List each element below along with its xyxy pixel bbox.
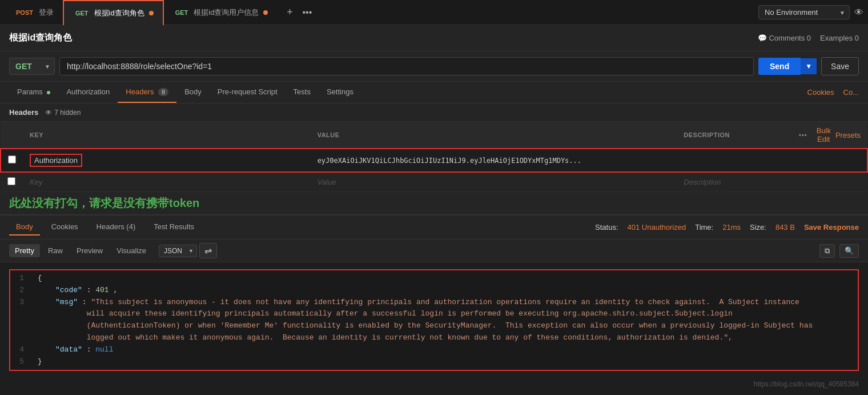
method-badge-post: POST xyxy=(14,9,35,17)
view-tab-raw[interactable]: Raw xyxy=(42,244,69,257)
auth-checkbox-cell xyxy=(1,149,23,172)
auth-value-text: eyJ0eXAiOiJKV1QiLCJhbGciOiJIUzI1NiJ9.eyJ… xyxy=(318,157,581,165)
tab-get-role[interactable]: GET 根据id查询角色 xyxy=(63,0,164,25)
empty-key-placeholder: Key xyxy=(30,178,42,186)
json-val-data: null xyxy=(95,345,113,354)
table-header-row: KEY VALUE DESCRIPTION ••• Bulk Edit Pres… xyxy=(1,122,867,149)
th-key: KEY xyxy=(23,122,311,149)
tab-headers[interactable]: Headers 8 xyxy=(118,82,176,103)
json-val-code: 401 xyxy=(95,286,108,294)
auth-key-value: Authorization xyxy=(30,154,82,167)
tab-params[interactable]: Params xyxy=(9,82,58,103)
copy-response-button[interactable]: ⧉ xyxy=(819,244,835,258)
send-button[interactable]: Send xyxy=(758,58,801,75)
tab-tests[interactable]: Tests xyxy=(286,82,319,103)
page-title: 根据id查询角色 xyxy=(9,30,72,46)
more-tabs-button[interactable]: ••• xyxy=(302,7,312,18)
tab-actions: + ••• xyxy=(282,5,312,21)
resp-tab-headers[interactable]: Headers (4) xyxy=(90,219,143,236)
view-tab-pretty[interactable]: Pretty xyxy=(9,244,40,257)
tab-modified-dot xyxy=(149,11,154,15)
empty-checkbox-cell xyxy=(1,172,23,192)
params-dot xyxy=(47,91,50,94)
empty-row-actions xyxy=(792,172,867,192)
empty-key-cell: Key xyxy=(23,172,311,192)
resp-status: Status: 401 Unauthorized Time: 21ms Size… xyxy=(595,223,859,232)
time-value: 21ms xyxy=(722,223,741,232)
tab-settings[interactable]: Settings xyxy=(319,82,361,103)
headers-label: Headers xyxy=(9,108,38,117)
json-val-msg: "This subject is anonymous - it does not… xyxy=(91,298,799,306)
auth-row-actions xyxy=(792,149,867,172)
json-key-data: "data" xyxy=(38,345,82,354)
tab-authorization[interactable]: Authorization xyxy=(58,82,118,103)
th-checkbox xyxy=(1,122,23,149)
method-badge-get-role: GET xyxy=(73,9,91,17)
view-tab-preview[interactable]: Preview xyxy=(71,244,108,257)
tab-pre-request[interactable]: Pre-request Script xyxy=(210,82,286,103)
json-line-5: 5 } xyxy=(10,356,858,368)
json-key-msg: "msg" xyxy=(38,298,78,306)
authorization-row: Authorization eyJ0eXAiOiJKV1QiLCJhbGciOi… xyxy=(1,149,867,172)
size-label: Size: xyxy=(750,223,766,232)
annotation-overlay: 此处没有打勾，请求是没有携带token xyxy=(0,192,868,214)
bulk-edit-button[interactable]: Bulk Edit xyxy=(817,126,831,143)
env-select-wrapper: No Environment xyxy=(758,5,850,19)
url-input[interactable] xyxy=(59,57,754,75)
json-open-brace: { xyxy=(38,274,42,282)
method-select-wrapper: GET xyxy=(9,58,55,75)
line-num-5: 5 xyxy=(10,356,24,368)
env-eye-button[interactable]: 👁 xyxy=(854,7,863,18)
json-code-box: 1 { 2 "code" : 401 , 3 "msg" : "This sub… xyxy=(9,269,859,371)
empty-value-cell: Value xyxy=(311,172,677,192)
comments-label: 💬 Comments 0 xyxy=(758,34,811,42)
co-link[interactable]: Co... xyxy=(843,88,859,97)
tab-get-role-label: 根据id查询角色 xyxy=(94,8,144,18)
title-actions: 💬 Comments 0 Examples 0 xyxy=(758,34,859,42)
size-value: 843 B xyxy=(775,223,795,232)
wrap-button[interactable]: ⇌ xyxy=(199,243,217,258)
empty-description-cell: Description xyxy=(677,172,792,192)
resp-tab-test-results[interactable]: Test Results xyxy=(147,219,201,236)
tab-body[interactable]: Body xyxy=(176,82,210,103)
eye-icon: 👁 xyxy=(45,109,52,117)
auth-key-cell: Authorization xyxy=(23,149,311,172)
view-tab-visualize[interactable]: Visualize xyxy=(111,244,152,257)
annotation-text: 此处没有打勾，请求是没有携带token xyxy=(9,195,199,211)
json-line-4: 4 "data" : null xyxy=(10,344,858,356)
save-response-button[interactable]: Save Response xyxy=(804,223,859,232)
tab-get-user[interactable]: GET 根据id查询用户信息 xyxy=(164,0,278,25)
method-select[interactable]: GET xyxy=(9,58,55,75)
th-value: VALUE xyxy=(311,122,677,149)
format-select[interactable]: JSON xyxy=(159,245,197,257)
line-num-3: 3 xyxy=(10,297,24,309)
cookies-link[interactable]: Cookies xyxy=(807,88,834,97)
resp-tab-body[interactable]: Body xyxy=(9,219,40,236)
status-label: Status: xyxy=(595,223,618,232)
send-dropdown-button[interactable]: ▼ xyxy=(801,58,817,74)
th-three-dots-icon[interactable]: ••• xyxy=(799,131,807,138)
resp-tab-cookies[interactable]: Cookies xyxy=(45,219,85,236)
method-badge-get-user: GET xyxy=(173,9,191,17)
empty-checkbox[interactable] xyxy=(7,177,15,185)
response-view-tabs: Pretty Raw Preview Visualize JSON ⇌ ⧉ 🔍 xyxy=(0,240,868,262)
empty-row: Key Value Description xyxy=(1,172,867,192)
env-select[interactable]: No Environment xyxy=(758,5,850,19)
presets-button[interactable]: Presets xyxy=(835,131,861,139)
tab-post-login-label: 登录 xyxy=(39,7,54,18)
send-btn-wrapper: Send ▼ xyxy=(758,58,817,75)
request-tabs: Params Authorization Headers 8 Body Pre-… xyxy=(0,82,868,103)
title-row: 根据id查询角色 💬 Comments 0 Examples 0 xyxy=(0,25,868,51)
auth-checkbox[interactable] xyxy=(8,155,16,163)
search-response-button[interactable]: 🔍 xyxy=(839,244,859,258)
save-button[interactable]: Save xyxy=(821,57,859,75)
headers-section: Headers 👁 7 hidden xyxy=(0,103,868,122)
th-actions: ••• Bulk Edit Presets xyxy=(792,122,867,149)
line-num-3b xyxy=(10,308,24,320)
line-num-4: 4 xyxy=(10,344,24,356)
json-line-3d: logged out which makes it anonymous agai… xyxy=(10,332,858,344)
empty-description-placeholder: Description xyxy=(684,178,721,186)
response-view-actions: ⧉ 🔍 xyxy=(819,244,859,258)
add-tab-button[interactable]: + xyxy=(282,5,298,21)
tab-post-login[interactable]: POST 登录 xyxy=(5,0,63,25)
